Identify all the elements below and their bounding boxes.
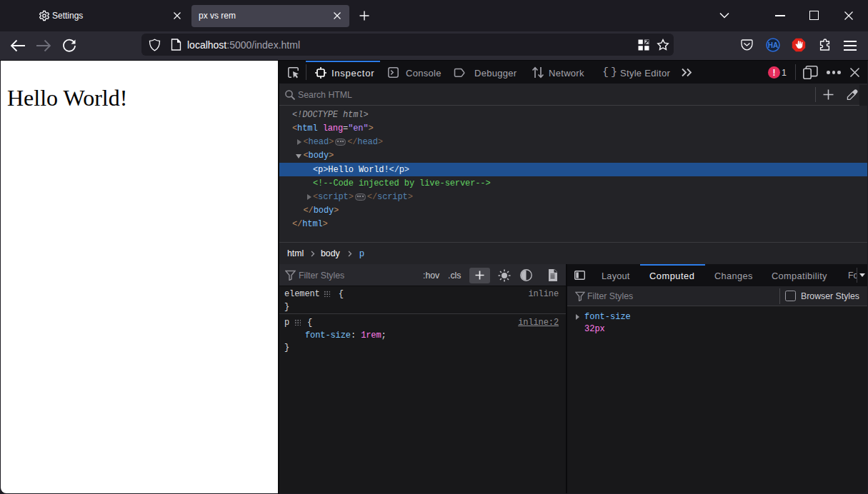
svg-text:HA: HA <box>768 41 778 49</box>
